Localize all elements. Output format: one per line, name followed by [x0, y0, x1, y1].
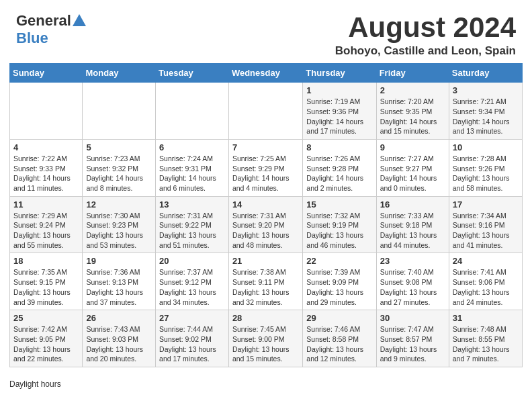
day-info: Sunrise: 7:47 AM Sunset: 8:57 PM Dayligh… [380, 324, 445, 364]
table-row: 15Sunrise: 7:32 AM Sunset: 9:19 PM Dayli… [303, 196, 376, 253]
day-number: 6 [159, 142, 225, 152]
table-row: 13Sunrise: 7:31 AM Sunset: 9:22 PM Dayli… [156, 196, 229, 253]
day-info: Sunrise: 7:23 AM Sunset: 9:32 PM Dayligh… [86, 154, 152, 193]
weekday-header: Wednesday [228, 64, 302, 83]
day-info: Sunrise: 7:46 AM Sunset: 8:58 PM Dayligh… [306, 324, 372, 364]
day-info: Sunrise: 7:41 AM Sunset: 9:06 PM Dayligh… [453, 267, 519, 307]
day-info: Sunrise: 7:44 AM Sunset: 9:02 PM Dayligh… [159, 324, 225, 364]
day-info: Sunrise: 7:27 AM Sunset: 9:27 PM Dayligh… [380, 154, 445, 193]
table-row: 25Sunrise: 7:42 AM Sunset: 9:05 PM Dayli… [10, 310, 83, 367]
table-row: 29Sunrise: 7:46 AM Sunset: 8:58 PM Dayli… [303, 310, 376, 367]
table-row: 2Sunrise: 7:20 AM Sunset: 9:35 PM Daylig… [376, 83, 449, 140]
calendar-body: 1Sunrise: 7:19 AM Sunset: 9:36 PM Daylig… [10, 83, 523, 367]
weekday-header: Thursday [303, 64, 376, 83]
day-info: Sunrise: 7:31 AM Sunset: 9:22 PM Dayligh… [159, 211, 225, 250]
table-row: 21Sunrise: 7:38 AM Sunset: 9:11 PM Dayli… [228, 253, 302, 310]
day-number: 13 [159, 199, 225, 210]
daylight-label: Daylight hours [9, 379, 61, 389]
day-info: Sunrise: 7:34 AM Sunset: 9:16 PM Dayligh… [453, 211, 519, 250]
table-row: 4Sunrise: 7:22 AM Sunset: 9:33 PM Daylig… [10, 139, 83, 196]
footer: Daylight hours [0, 377, 532, 394]
day-number: 16 [380, 199, 445, 210]
table-row: 24Sunrise: 7:41 AM Sunset: 9:06 PM Dayli… [449, 253, 522, 310]
title-block: August 2024 Bohoyo, Castille and Leon, S… [335, 12, 516, 58]
table-row: 19Sunrise: 7:36 AM Sunset: 9:13 PM Dayli… [83, 253, 156, 310]
logo-general: General [16, 12, 71, 30]
day-info: Sunrise: 7:22 AM Sunset: 9:33 PM Dayligh… [13, 154, 79, 193]
day-info: Sunrise: 7:29 AM Sunset: 9:24 PM Dayligh… [13, 211, 79, 250]
table-row: 31Sunrise: 7:48 AM Sunset: 8:55 PM Dayli… [449, 310, 522, 367]
day-info: Sunrise: 7:35 AM Sunset: 9:15 PM Dayligh… [13, 267, 79, 307]
day-number: 26 [86, 313, 152, 323]
logo: General Blue [16, 12, 86, 47]
table-row: 16Sunrise: 7:33 AM Sunset: 9:18 PM Dayli… [376, 196, 449, 253]
day-number: 19 [86, 256, 152, 266]
page-title: August 2024 [335, 12, 516, 43]
day-info: Sunrise: 7:39 AM Sunset: 9:09 PM Dayligh… [306, 267, 372, 307]
day-number: 10 [453, 142, 519, 152]
day-info: Sunrise: 7:19 AM Sunset: 9:36 PM Dayligh… [306, 97, 372, 136]
day-number: 3 [453, 85, 519, 95]
table-row: 3Sunrise: 7:21 AM Sunset: 9:34 PM Daylig… [449, 83, 522, 140]
day-info: Sunrise: 7:31 AM Sunset: 9:20 PM Dayligh… [232, 211, 299, 250]
table-row: 28Sunrise: 7:45 AM Sunset: 9:00 PM Dayli… [228, 310, 302, 367]
day-info: Sunrise: 7:37 AM Sunset: 9:12 PM Dayligh… [159, 267, 225, 307]
calendar-week-row: 11Sunrise: 7:29 AM Sunset: 9:24 PM Dayli… [10, 196, 523, 253]
day-number: 14 [232, 199, 299, 210]
day-number: 28 [232, 313, 299, 323]
day-info: Sunrise: 7:26 AM Sunset: 9:28 PM Dayligh… [306, 154, 372, 193]
day-number: 17 [453, 199, 519, 210]
logo-triangle-icon [73, 14, 86, 26]
calendar-week-row: 25Sunrise: 7:42 AM Sunset: 9:05 PM Dayli… [10, 310, 523, 367]
day-number: 23 [380, 256, 445, 266]
day-info: Sunrise: 7:30 AM Sunset: 9:23 PM Dayligh… [86, 211, 152, 250]
day-number: 31 [453, 313, 519, 323]
day-info: Sunrise: 7:40 AM Sunset: 9:08 PM Dayligh… [380, 267, 445, 307]
calendar-wrap: SundayMondayTuesdayWednesdayThursdayFrid… [0, 63, 532, 377]
table-row: 5Sunrise: 7:23 AM Sunset: 9:32 PM Daylig… [83, 139, 156, 196]
table-row: 7Sunrise: 7:25 AM Sunset: 9:29 PM Daylig… [228, 139, 302, 196]
table-row: 26Sunrise: 7:43 AM Sunset: 9:03 PM Dayli… [83, 310, 156, 367]
day-number: 25 [13, 313, 79, 323]
day-info: Sunrise: 7:42 AM Sunset: 9:05 PM Dayligh… [13, 324, 79, 364]
table-row [10, 83, 83, 140]
table-row [83, 83, 156, 140]
day-number: 27 [159, 313, 225, 323]
table-row: 18Sunrise: 7:35 AM Sunset: 9:15 PM Dayli… [10, 253, 83, 310]
day-info: Sunrise: 7:25 AM Sunset: 9:29 PM Dayligh… [232, 154, 299, 193]
table-row: 30Sunrise: 7:47 AM Sunset: 8:57 PM Dayli… [376, 310, 449, 367]
calendar-table: SundayMondayTuesdayWednesdayThursdayFrid… [9, 63, 523, 367]
table-row: 10Sunrise: 7:28 AM Sunset: 9:26 PM Dayli… [449, 139, 522, 196]
weekday-header: Tuesday [156, 64, 229, 83]
day-info: Sunrise: 7:20 AM Sunset: 9:35 PM Dayligh… [380, 97, 445, 136]
day-info: Sunrise: 7:33 AM Sunset: 9:18 PM Dayligh… [380, 211, 445, 250]
day-number: 9 [380, 142, 445, 152]
table-row: 6Sunrise: 7:24 AM Sunset: 9:31 PM Daylig… [156, 139, 229, 196]
calendar-header: SundayMondayTuesdayWednesdayThursdayFrid… [10, 64, 523, 83]
location-subtitle: Bohoyo, Castille and Leon, Spain [335, 44, 516, 58]
day-number: 24 [453, 256, 519, 266]
header: General Blue August 2024 Bohoyo, Castill… [0, 0, 532, 63]
table-row: 22Sunrise: 7:39 AM Sunset: 9:09 PM Dayli… [303, 253, 376, 310]
table-row: 1Sunrise: 7:19 AM Sunset: 9:36 PM Daylig… [303, 83, 376, 140]
day-number: 21 [232, 256, 299, 266]
weekday-header: Monday [83, 64, 156, 83]
weekday-row: SundayMondayTuesdayWednesdayThursdayFrid… [10, 64, 523, 83]
table-row: 17Sunrise: 7:34 AM Sunset: 9:16 PM Dayli… [449, 196, 522, 253]
calendar-week-row: 18Sunrise: 7:35 AM Sunset: 9:15 PM Dayli… [10, 253, 523, 310]
day-info: Sunrise: 7:45 AM Sunset: 9:00 PM Dayligh… [232, 324, 299, 364]
day-number: 30 [380, 313, 445, 323]
day-number: 11 [13, 199, 79, 210]
day-number: 22 [306, 256, 372, 266]
day-number: 29 [306, 313, 372, 323]
logo-blue: Blue [16, 30, 48, 47]
day-info: Sunrise: 7:32 AM Sunset: 9:19 PM Dayligh… [306, 211, 372, 250]
day-number: 7 [232, 142, 299, 152]
day-number: 5 [86, 142, 152, 152]
day-info: Sunrise: 7:38 AM Sunset: 9:11 PM Dayligh… [232, 267, 299, 307]
day-number: 4 [13, 142, 79, 152]
day-info: Sunrise: 7:43 AM Sunset: 9:03 PM Dayligh… [86, 324, 152, 364]
day-number: 18 [13, 256, 79, 266]
day-number: 12 [86, 199, 152, 210]
table-row: 12Sunrise: 7:30 AM Sunset: 9:23 PM Dayli… [83, 196, 156, 253]
